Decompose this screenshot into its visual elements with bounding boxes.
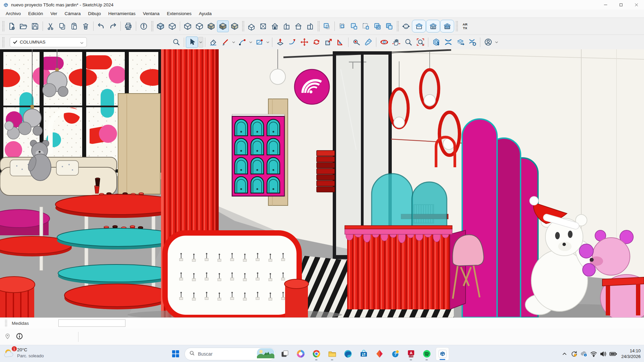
undo-button[interactable] (95, 20, 107, 32)
style-monochrome-button[interactable] (229, 20, 240, 32)
rotate-button[interactable] (310, 37, 322, 48)
taskbar-app-design-diamond[interactable] (373, 347, 386, 361)
print-button[interactable] (122, 20, 134, 32)
taskbar-app-spotify[interactable] (420, 347, 433, 361)
status-drag-handle[interactable] (5, 319, 7, 327)
pan-button[interactable] (390, 37, 402, 48)
search-highlight-thumbnail[interactable] (257, 348, 274, 360)
flip-tool-button[interactable] (442, 37, 454, 48)
style-hidden-line-button[interactable] (194, 20, 205, 32)
taskbar-app-task-view[interactable] (278, 347, 291, 361)
section-house-2-button[interactable] (426, 20, 440, 33)
weather-widget[interactable]: 1 20°C Parc. soleado (3, 347, 44, 359)
compass-ab-button[interactable]: CA-B (400, 20, 412, 32)
menu-herramientas[interactable]: Herramientas (105, 10, 139, 17)
sel-squares-6-button[interactable] (383, 20, 395, 32)
taskbar-app-autocad[interactable]: ACAD (404, 347, 418, 361)
sel-squares-4-button[interactable] (360, 20, 372, 32)
taskbar-app-chrome[interactable] (310, 347, 323, 361)
menu-ver[interactable]: Ver (47, 10, 61, 17)
measurements-input[interactable] (58, 319, 125, 327)
model-info-button[interactable] (138, 20, 150, 32)
view-front-button[interactable] (269, 20, 281, 32)
taskbar-app-ms-store[interactable] (357, 347, 370, 361)
select-arrow-chevron[interactable] (198, 37, 203, 48)
redo-button[interactable] (107, 20, 119, 32)
arc-2pt-button[interactable] (236, 37, 248, 48)
close-button[interactable] (629, 0, 644, 9)
taskbar-app-help-circle[interactable]: ? (388, 347, 402, 361)
tray-battery[interactable] (609, 350, 618, 358)
view-left-button[interactable] (304, 20, 316, 32)
toolbar-drag-handle[interactable] (455, 21, 458, 32)
selection-set-dropdown[interactable]: COLUMNAS (10, 37, 87, 47)
taskbar-app-start[interactable] (169, 347, 182, 361)
toolbar-drag-handle[interactable] (317, 21, 320, 32)
view-back-button[interactable] (292, 20, 304, 32)
style-xray-button[interactable] (155, 20, 166, 32)
toolbar-drag-handle[interactable] (2, 21, 4, 32)
scale-button[interactable] (322, 37, 334, 48)
taskbar-search[interactable]: Buscar (184, 348, 276, 360)
section-house-3-button[interactable] (440, 20, 454, 33)
sel-squares-5-button[interactable] (372, 20, 383, 32)
view-top-button[interactable] (257, 20, 269, 32)
cut-button[interactable] (45, 20, 56, 32)
sel-squares-2-button[interactable] (336, 20, 348, 32)
flip-settings-button[interactable] (466, 37, 478, 48)
move-button[interactable] (298, 37, 310, 48)
toolbar-drag-handle[interactable] (151, 21, 153, 32)
pencil-chevron[interactable] (231, 37, 236, 47)
paste-button[interactable] (68, 20, 80, 32)
new-file-button[interactable] (6, 20, 17, 32)
menu-ayuda[interactable]: Ayuda (195, 10, 215, 17)
rectangle-button[interactable] (253, 37, 265, 48)
eraser-button[interactable] (207, 37, 219, 48)
open-button[interactable] (17, 20, 29, 32)
style-shaded-textures-button[interactable] (217, 20, 229, 32)
menu-camara[interactable]: Cámara (61, 10, 85, 17)
toolbar-drag-handle[interactable] (242, 21, 244, 32)
taskbar-clock[interactable]: 14:10 24/3/2026 (621, 348, 641, 360)
follow-me-button[interactable] (286, 37, 298, 48)
copy-button[interactable] (56, 20, 68, 32)
tray-chevron-up[interactable] (560, 350, 569, 358)
menu-edicion[interactable]: Edición (24, 10, 47, 17)
tray-wifi[interactable] (589, 350, 598, 358)
account-button[interactable] (482, 37, 494, 48)
taskbar-app-sketchup[interactable] (436, 347, 449, 361)
taskbar-app-file-explorer[interactable] (325, 347, 339, 361)
tray-volume[interactable] (599, 350, 608, 358)
select-arrow-button[interactable] (186, 37, 198, 48)
menu-ventana[interactable]: Ventana (139, 10, 163, 17)
layers-export-button[interactable] (454, 37, 466, 48)
maximize-button[interactable] (613, 0, 629, 9)
menu-dibujo[interactable]: Dibujo (85, 10, 105, 17)
orbit-button[interactable] (378, 37, 390, 48)
view-right-button[interactable] (281, 20, 292, 32)
sel-squares-3-button[interactable] (348, 20, 360, 32)
zoom-extents-button[interactable] (414, 37, 426, 48)
save-button[interactable] (29, 20, 41, 32)
sel-squares-1-button[interactable] (321, 20, 333, 32)
menu-extensiones[interactable]: Extensiones (163, 10, 195, 17)
tray-sync[interactable] (570, 350, 579, 358)
zoom-button[interactable] (402, 37, 414, 48)
toolbar-drag-handle[interactable] (396, 21, 399, 32)
push-pull-button[interactable] (274, 37, 286, 48)
search-zoom-button[interactable] (170, 37, 182, 48)
minimize-button[interactable] (598, 0, 613, 9)
geolocation-icon[interactable] (4, 333, 11, 341)
taskbar-app-copilot[interactable] (294, 347, 307, 361)
rectangle-chevron[interactable] (265, 37, 270, 47)
3d-scene[interactable] (0, 49, 644, 317)
viewport-3d[interactable] (0, 49, 644, 317)
tape-measure-button[interactable] (350, 37, 362, 48)
account-chevron[interactable] (494, 37, 499, 47)
style-wireframe-button[interactable] (182, 20, 194, 32)
warehouse-download-button[interactable] (430, 37, 442, 48)
toolbar-drag-handle[interactable] (2, 37, 4, 48)
offset-button[interactable] (334, 37, 346, 48)
taskbar-app-edge[interactable] (341, 347, 355, 361)
artx-label-button[interactable]: ARTX (459, 20, 471, 32)
